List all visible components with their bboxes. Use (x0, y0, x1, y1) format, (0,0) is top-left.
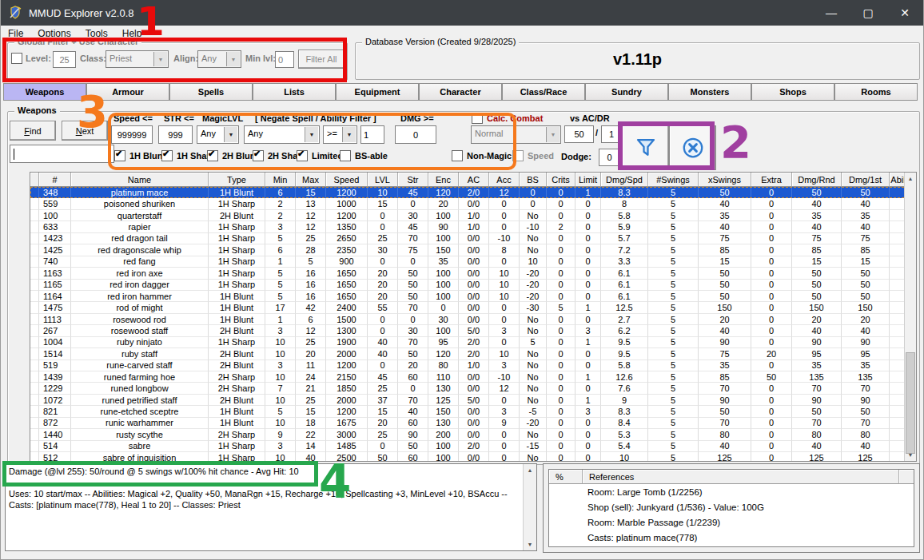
find-button[interactable]: Find (10, 121, 56, 141)
checkbox-bs-able[interactable]: BS-able (340, 150, 388, 161)
tab-character[interactable]: Character (419, 83, 502, 101)
chevron-down-icon[interactable]: ▼ (305, 127, 318, 142)
table-row[interactable]: 512sabre of inquisition1H Sharp104025005… (30, 452, 916, 462)
table-row[interactable]: 519rune-carved staff2H Blunt311120002080… (30, 360, 916, 371)
column-header-xswings[interactable]: xSwings (699, 173, 751, 187)
chevron-down-icon[interactable]: ▼ (153, 52, 167, 66)
table-row[interactable]: 1163red iron axe1H Sharp516165020501000/… (30, 268, 916, 279)
checkbox-box[interactable] (512, 150, 524, 161)
tab-shops[interactable]: Shops (751, 83, 834, 101)
percent-column-header[interactable]: % (549, 470, 583, 484)
table-row[interactable]: 1440rusty scythe2H Sharp922300025902000/… (30, 429, 916, 440)
dmg-filter-input[interactable]: 0 (395, 125, 436, 144)
table-row[interactable]: 1475rod of might1H Blunt17422400557000/0… (30, 302, 916, 313)
search-input[interactable] (10, 145, 114, 163)
minimize-button[interactable]: — (813, 0, 850, 26)
scroll-up-icon[interactable]: ▲ (524, 464, 536, 476)
dr-input[interactable]: 1 (601, 125, 622, 143)
column-header-type[interactable]: Type (209, 173, 265, 187)
column-header-max[interactable]: Max (296, 173, 326, 187)
table-row[interactable]: 348platinum mace1H Blunt615120010451202/… (30, 187, 916, 198)
column-header-dmg-rnd[interactable]: Dmg/Rnd (792, 173, 842, 187)
column-header-crits[interactable]: Crits (547, 173, 576, 187)
ac-input[interactable]: 50 (564, 125, 594, 143)
table-row[interactable]: 100quarterstaff2H Blunt21212000301001/00… (30, 210, 916, 221)
filter-all-button[interactable]: Filter All (298, 50, 345, 69)
level-checkbox-box[interactable] (11, 53, 22, 64)
checkbox-non-magic[interactable]: Non-Magic (452, 150, 512, 161)
reference-row[interactable]: Room: Marble Passage (1/2239) (549, 514, 914, 530)
column-header-bs[interactable]: BS (520, 173, 547, 187)
calc-combat-checkbox-box[interactable] (472, 113, 483, 124)
align-select[interactable]: Any ▼ (197, 50, 241, 68)
column-header-speed[interactable]: Speed (326, 173, 368, 187)
tab-monsters[interactable]: Monsters (668, 83, 751, 101)
table-row[interactable]: 267rosewood staff2H Blunt31213000301005/… (30, 325, 916, 336)
level-checkbox[interactable] (11, 53, 22, 64)
table-row[interactable]: 559poisoned shuriken1H Sharp213100015020… (30, 198, 916, 209)
column-header-dmg-1st[interactable]: Dmg/1st (842, 173, 890, 187)
table-row[interactable]: 1425red dragonscale whip1H Sharp62823503… (30, 244, 916, 256)
column-header-name[interactable]: Name (71, 173, 209, 187)
tab-equipment[interactable]: Equipment (336, 83, 419, 101)
class-select[interactable]: Priest ▼ (106, 50, 169, 68)
chevron-down-icon[interactable]: ▼ (224, 127, 237, 142)
table-row[interactable]: 872runic warhammer1H Blunt10181675206013… (30, 418, 916, 429)
tab-rooms[interactable]: Rooms (834, 83, 918, 101)
checkbox-box[interactable] (253, 150, 264, 161)
checkbox-box[interactable] (340, 150, 351, 161)
checkbox-1h-blunt[interactable]: 1H Blunt (114, 150, 165, 161)
reference-row[interactable]: Room: Large Tomb (1/2256) (549, 484, 914, 499)
reference-row[interactable]: Shop (sell): Junkyard (1/536) - Value: 1… (549, 499, 914, 514)
table-row[interactable]: 514sabre1H Sharp31414850501002/00-15005.… (30, 441, 916, 452)
column-header-acc[interactable]: Acc (489, 173, 520, 187)
column-header--swings[interactable]: #Swings (648, 173, 699, 187)
item-detail-textarea[interactable]: Damage (@lvl 255): 50/round @ 5 swings w… (5, 463, 537, 551)
table-row[interactable]: 1165red iron dagger1H Sharp5161650205010… (30, 280, 916, 291)
next-button[interactable]: Next (62, 121, 108, 141)
tab-class-race[interactable]: Class/Race (502, 83, 585, 101)
checkbox-box[interactable] (452, 150, 463, 161)
table-row[interactable]: 1229runed longbow2H Sharp72118502501300/… (30, 383, 916, 394)
table-row[interactable]: 1004ruby ninjato1H Sharp102519004070952/… (30, 337, 916, 348)
table-row[interactable]: 1072runed petrified staff2H Blunt1025200… (30, 395, 916, 406)
checkbox-box[interactable] (114, 150, 125, 161)
table-row[interactable]: 1164red iron hammer1H Blunt5161650205010… (30, 291, 916, 302)
column-header-limit[interactable]: Limit (576, 173, 601, 187)
column-header-ac[interactable]: AC (459, 173, 489, 187)
references-column-header[interactable]: References (583, 470, 899, 484)
dodge-input[interactable]: 0 (599, 149, 620, 166)
column-header-min[interactable]: Min (265, 173, 296, 187)
reference-row[interactable]: Casts: platinum mace(778) (549, 530, 914, 545)
negate-count-input[interactable]: 1 (360, 125, 384, 144)
column-header--[interactable]: # (39, 173, 71, 187)
scroll-up-icon[interactable]: ▲ (905, 173, 916, 185)
speed-filter-input[interactable]: 999999 (111, 125, 153, 144)
tab-spells[interactable]: Spells (169, 83, 253, 101)
close-button[interactable]: ✕ (886, 0, 923, 26)
table-scrollbar[interactable]: ▲ ▼ (904, 173, 916, 461)
checkbox-box[interactable] (297, 150, 308, 161)
table-row[interactable]: 740red fang1H Sharp1590000350/0010003.35… (30, 256, 916, 268)
tab-lists[interactable]: Lists (253, 83, 336, 101)
table-row[interactable]: 1514ruby staff2H Blunt1020200040501202/0… (30, 348, 916, 359)
magiclvl-select[interactable]: Any ▼ (197, 125, 239, 144)
column-header-str[interactable]: Str (398, 173, 428, 187)
detail-scrollbar[interactable]: ▲ ▼ (523, 464, 536, 550)
column-header-extra[interactable]: Extra (751, 173, 792, 187)
chevron-down-icon[interactable]: ▼ (226, 52, 240, 66)
negate-select[interactable]: Any ▼ (244, 125, 320, 144)
checkbox-box[interactable] (207, 150, 218, 161)
column-header-lvl[interactable]: LVL (368, 173, 398, 187)
table-row[interactable]: 633rapier1H Sharp3121350045901/00-10205.… (30, 221, 916, 232)
minlvl-input[interactable]: 0 (275, 51, 294, 68)
str-filter-input[interactable]: 999 (158, 125, 193, 144)
table-row[interactable]: 1113rosewood rod1H Blunt16150000300/00No… (30, 314, 916, 325)
level-input[interactable]: 25 (53, 51, 76, 68)
table-row[interactable]: 1439runed farming hoe2H Sharp10242150456… (30, 371, 916, 383)
scrollbar-thumb[interactable] (906, 352, 915, 454)
tab-sundry[interactable]: Sundry (585, 83, 668, 101)
column-header-dmg-spd[interactable]: Dmg/Spd (601, 173, 648, 187)
combat-mode-select[interactable]: Normal ▼ (471, 125, 561, 144)
checkbox-2h-blunt[interactable]: 2H Blunt (207, 150, 258, 161)
